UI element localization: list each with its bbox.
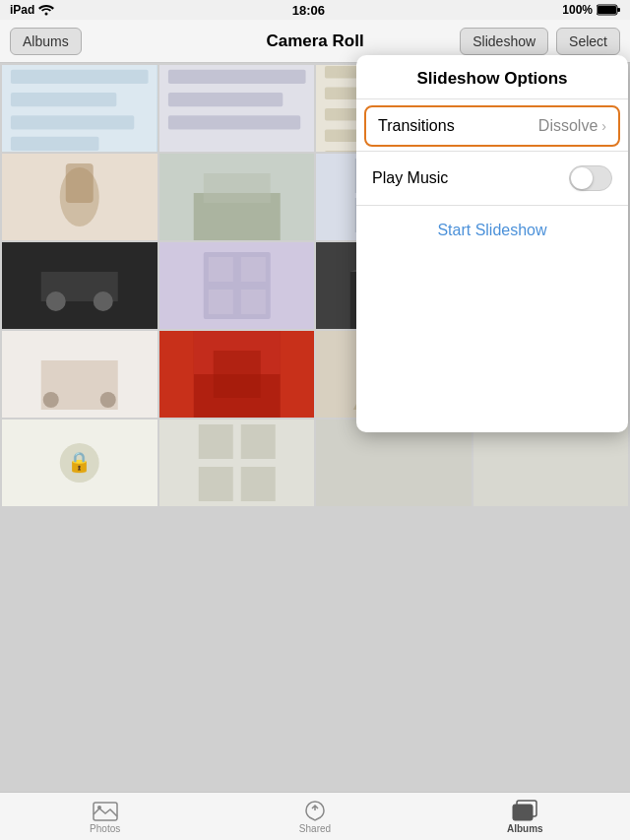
svg-rect-3 — [617, 8, 620, 12]
tab-shared-label: Shared — [299, 823, 331, 834]
svg-rect-14 — [167, 115, 299, 129]
albums-tab-icon — [512, 800, 537, 821]
photo-cell[interactable]: 🔒 — [2, 420, 158, 506]
svg-point-42 — [46, 291, 66, 311]
wifi-icon — [38, 4, 54, 16]
albums-back-button[interactable]: Albums — [10, 28, 82, 55]
svg-rect-75 — [240, 467, 275, 501]
nav-title: Camera Roll — [266, 20, 363, 63]
transitions-value-group: Dissolve › — [538, 117, 606, 135]
play-music-label: Play Music — [372, 169, 448, 187]
photo-cell[interactable] — [2, 242, 158, 329]
svg-rect-6 — [11, 70, 149, 84]
tab-albums-label: Albums — [507, 823, 543, 834]
svg-rect-48 — [208, 290, 232, 314]
photo-cell[interactable] — [159, 242, 315, 329]
svg-rect-73 — [240, 424, 275, 459]
svg-rect-49 — [240, 290, 265, 314]
play-music-row: Play Music — [356, 152, 628, 206]
svg-rect-28 — [66, 163, 94, 203]
svg-rect-8 — [11, 115, 134, 129]
svg-point-77 — [97, 806, 101, 809]
transitions-row[interactable]: Transitions Dissolve › — [364, 105, 620, 147]
tab-bar: Photos Shared Albums — [0, 792, 630, 840]
svg-point-59 — [100, 392, 116, 408]
slideshow-options-popup: Slideshow Options Transitions Dissolve ›… — [354, 55, 630, 432]
photo-cell[interactable] — [2, 65, 158, 152]
photo-cell[interactable] — [2, 154, 158, 240]
photo-cell[interactable] — [473, 420, 629, 506]
svg-text:🔒: 🔒 — [67, 450, 92, 474]
play-music-toggle[interactable] — [569, 165, 612, 191]
battery-label: 100% — [562, 3, 593, 17]
transitions-value: Dissolve — [538, 117, 598, 135]
photo-cell[interactable] — [159, 420, 315, 506]
svg-rect-47 — [240, 257, 265, 282]
svg-rect-62 — [213, 351, 260, 398]
carrier-label: iPad — [10, 3, 34, 17]
shared-tab-icon — [302, 800, 328, 821]
status-time: 18:06 — [292, 3, 325, 18]
select-button[interactable]: Select — [556, 28, 620, 55]
svg-point-0 — [45, 13, 48, 16]
status-left: iPad — [10, 3, 54, 17]
svg-rect-72 — [198, 424, 232, 459]
svg-rect-2 — [598, 6, 616, 14]
svg-rect-13 — [167, 93, 282, 106]
photos-tab-icon — [93, 800, 118, 821]
start-slideshow-section: Start Slideshow — [356, 206, 628, 255]
status-bar: iPad 18:06 100% — [0, 0, 630, 20]
toggle-knob — [571, 167, 593, 189]
status-right: 100% — [562, 3, 620, 17]
tab-photos-label: Photos — [90, 823, 120, 834]
nav-right-buttons: Slideshow Select — [460, 28, 620, 55]
tab-shared[interactable]: Shared — [210, 800, 419, 834]
photo-cell[interactable] — [159, 65, 315, 152]
svg-rect-78 — [513, 805, 533, 820]
tab-photos[interactable]: Photos — [0, 800, 210, 834]
battery-icon — [597, 4, 620, 16]
popup-empty-space — [356, 255, 628, 432]
svg-point-58 — [43, 392, 59, 408]
transitions-chevron-icon: › — [601, 118, 606, 134]
svg-rect-74 — [198, 467, 232, 501]
svg-rect-31 — [203, 173, 270, 203]
photo-cell[interactable] — [159, 154, 315, 240]
photo-cell[interactable] — [159, 331, 315, 418]
svg-rect-7 — [11, 93, 116, 106]
svg-rect-12 — [167, 70, 305, 84]
popup-title: Slideshow Options — [356, 55, 628, 99]
photo-cell[interactable] — [2, 331, 158, 418]
svg-rect-46 — [208, 257, 232, 282]
svg-rect-9 — [11, 137, 98, 151]
start-slideshow-button[interactable]: Start Slideshow — [437, 222, 546, 239]
tab-albums[interactable]: Albums — [420, 800, 630, 834]
transitions-label: Transitions — [378, 117, 455, 135]
photo-cell[interactable] — [316, 420, 472, 506]
svg-point-43 — [94, 291, 113, 311]
slideshow-button[interactable]: Slideshow — [460, 28, 548, 55]
